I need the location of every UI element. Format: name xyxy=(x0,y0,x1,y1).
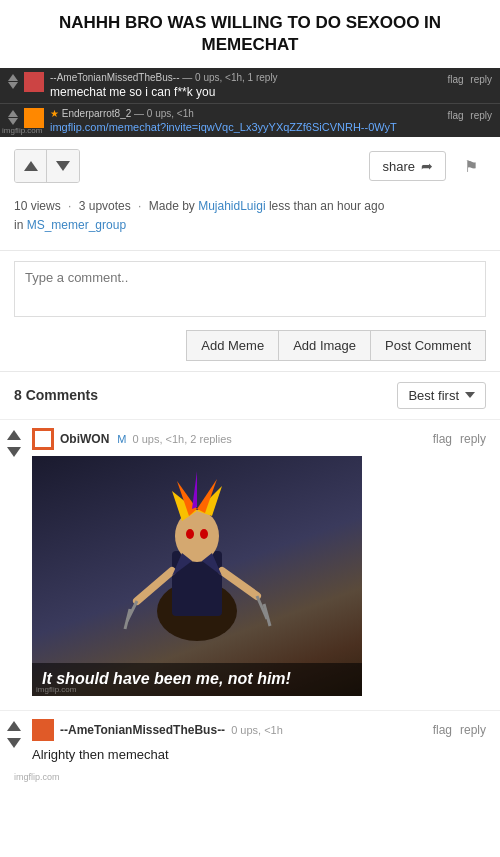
group-label: in xyxy=(14,218,23,232)
comment-downvote-icon-2[interactable] xyxy=(7,738,21,748)
dropdown-arrow-icon xyxy=(465,392,475,398)
vote-arrows-2[interactable] xyxy=(8,108,18,125)
comment-meta-2: ★ Enderparrot8_2 — 0 ups, <1h xyxy=(50,108,437,119)
add-image-button[interactable]: Add Image xyxy=(278,330,370,361)
action-bar: share ➦ ⚑ xyxy=(0,137,500,195)
bottom-watermark: imgflip.com xyxy=(0,770,500,786)
upvote-count: 3 upvotes xyxy=(79,199,131,213)
comment-meta-2: 0 ups, <1h xyxy=(231,724,283,736)
comment-votes-1[interactable] xyxy=(0,428,28,702)
comment-text-2: Alrighty then memechat xyxy=(32,745,486,762)
share-label: share xyxy=(382,159,415,174)
vote-arrows-1[interactable] xyxy=(8,72,18,89)
comment-actions: Add Meme Add Image Post Comment xyxy=(0,324,500,371)
upvote-2[interactable] xyxy=(8,110,18,117)
vote-box[interactable] xyxy=(14,149,80,183)
downvote-arrow-icon xyxy=(56,161,70,171)
sort-label: Best first xyxy=(408,388,459,403)
downvote-2[interactable] xyxy=(8,118,18,125)
upvote-1[interactable] xyxy=(8,74,18,81)
comment-item-1: ObiWON M 0 ups, <1h, 2 replies flag repl… xyxy=(0,419,500,710)
yugioh-character-svg xyxy=(117,461,277,651)
gender-badge-1: M xyxy=(117,433,126,445)
avatar-inner-1 xyxy=(35,431,51,447)
downvote-1[interactable] xyxy=(8,82,18,89)
share-icon: ➦ xyxy=(421,158,433,174)
header-comments-container: --AmeTonianMissedTheBus-- — 0 ups, <1h, … xyxy=(0,68,500,137)
comment-header-line-2: --AmeTonianMissedTheBus-- 0 ups, <1h fla… xyxy=(32,719,486,741)
reply-link-2[interactable]: reply xyxy=(470,110,492,121)
add-meme-button[interactable]: Add Meme xyxy=(186,330,278,361)
comment-username-1: ObiWON xyxy=(60,432,109,446)
comment-upvote-icon-2[interactable] xyxy=(7,721,21,731)
imgflip-badge: imgflip.com xyxy=(2,126,42,135)
header-comment-text-1: memechat me so i can f**k you xyxy=(50,85,437,99)
comment-item-2: --AmeTonianMissedTheBus-- 0 ups, <1h fla… xyxy=(0,710,500,770)
flag-link-2[interactable]: flag xyxy=(447,110,463,121)
view-count: 10 views xyxy=(14,199,61,213)
main-downvote-btn[interactable] xyxy=(47,149,79,183)
comment-avatar-2 xyxy=(32,719,54,741)
flag-reply-right-1: flag reply xyxy=(433,432,486,446)
comment-body-1: --AmeTonianMissedTheBus-- — 0 ups, <1h, … xyxy=(50,72,437,99)
comment-body-outer-1: ObiWON M 0 ups, <1h, 2 replies flag repl… xyxy=(32,428,486,702)
flag-link-1[interactable]: flag xyxy=(447,74,463,85)
flag-reply-2: flag reply xyxy=(443,108,492,121)
header-meta-1: — 0 ups, <1h, 1 reply xyxy=(182,72,277,83)
upvote-arrow-icon xyxy=(24,161,38,171)
comment-body-outer-2: --AmeTonianMissedTheBus-- 0 ups, <1h fla… xyxy=(32,719,486,762)
reply-link-c1[interactable]: reply xyxy=(460,432,486,446)
comment-meta-1: --AmeTonianMissedTheBus-- — 0 ups, <1h, … xyxy=(50,72,437,83)
comment-upvote-icon-1[interactable] xyxy=(7,430,21,440)
comment-textarea[interactable] xyxy=(14,261,486,317)
comment-meta-1: 0 ups, <1h, 2 replies xyxy=(133,433,232,445)
reply-link-c2[interactable]: reply xyxy=(460,723,486,737)
sort-dropdown[interactable]: Best first xyxy=(397,382,486,409)
flag-link-c1[interactable]: flag xyxy=(433,432,452,446)
post-title: NAHHH BRO WAS WILLING TO DO SEXOOO IN ME… xyxy=(0,0,500,68)
comment-votes-2[interactable] xyxy=(0,719,28,762)
group-link[interactable]: MS_memer_group xyxy=(27,218,126,232)
share-button[interactable]: share ➦ xyxy=(369,151,446,181)
reply-link-1[interactable]: reply xyxy=(470,74,492,85)
avatar-1 xyxy=(24,72,44,92)
header-username-2: Enderparrot8_2 xyxy=(62,108,132,119)
comment-image-1: It should have been me, not him! imgflip… xyxy=(32,456,362,696)
header-username-1: --AmeTonianMissedTheBus-- xyxy=(50,72,180,83)
flag-reply-1: flag reply xyxy=(443,72,492,85)
stats-section: 10 views · 3 upvotes · Made by MujahidLu… xyxy=(0,195,500,241)
image-watermark-1: imgflip.com xyxy=(36,685,76,694)
comment-body-2: ★ Enderparrot8_2 — 0 ups, <1h imgflip.co… xyxy=(50,108,437,133)
comments-count: 8 Comments xyxy=(14,387,397,403)
comment-input-section xyxy=(0,250,500,324)
header-meta-2: — 0 ups, <1h xyxy=(134,108,194,119)
flag-link-c2[interactable]: flag xyxy=(433,723,452,737)
image-caption-1: It should have been me, not him! xyxy=(32,663,362,696)
time-ago: less than an hour ago xyxy=(269,199,384,213)
svg-point-9 xyxy=(200,529,208,539)
flag-button[interactable]: ⚑ xyxy=(456,151,486,181)
svg-point-8 xyxy=(186,529,194,539)
header-comment-2: ★ Enderparrot8_2 — 0 ups, <1h imgflip.co… xyxy=(0,103,500,137)
comment-username-2: --AmeTonianMissedTheBus-- xyxy=(60,723,225,737)
author-link[interactable]: MujahidLuigi xyxy=(198,199,265,213)
post-comment-button[interactable]: Post Comment xyxy=(370,330,486,361)
made-by-label: Made by xyxy=(149,199,195,213)
comment-downvote-icon-1[interactable] xyxy=(7,447,21,457)
comment-avatar-1 xyxy=(32,428,54,450)
comments-header: 8 Comments Best first xyxy=(0,371,500,419)
avatar-2 xyxy=(24,108,44,128)
main-upvote-btn[interactable] xyxy=(15,149,47,183)
header-comment-1: --AmeTonianMissedTheBus-- — 0 ups, <1h, … xyxy=(0,68,500,103)
header-comment-link-2[interactable]: imgflip.com/memechat?invite=iqwVqc_Lx3yy… xyxy=(50,121,437,133)
comment-header-line-1: ObiWON M 0 ups, <1h, 2 replies flag repl… xyxy=(32,428,486,450)
flag-reply-right-2: flag reply xyxy=(433,723,486,737)
